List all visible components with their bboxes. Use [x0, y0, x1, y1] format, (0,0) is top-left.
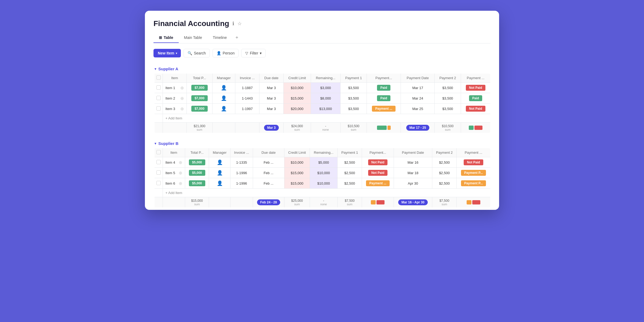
manager-cell: 👤 — [209, 178, 230, 189]
star-icon[interactable]: ☆ — [237, 21, 242, 27]
remaining-cell: $10,000 — [310, 168, 338, 178]
price-badge: $7,000 — [191, 95, 208, 101]
add-item-label-b[interactable]: + Add Item — [163, 189, 491, 197]
select-all-checkbox-cell — [154, 148, 163, 157]
price-badge: $5,000 — [189, 180, 205, 186]
payment-date-cell: Mar 25 — [401, 104, 435, 114]
item-name-cell: Item 5 ⊕ — [163, 168, 185, 178]
add-person-icon[interactable]: ⊕ — [180, 85, 184, 90]
bar-red — [474, 126, 482, 130]
toolbar: New Item ▾ 🔍 Search 👤 Person ▽ Filter ▾ — [153, 49, 491, 57]
payment-date-cell: Mar 16 — [394, 157, 432, 168]
col-credit-limit-b: Credit Limit — [284, 148, 310, 157]
col-payment2-a: Payment 2 — [435, 74, 461, 83]
total-price-cell: $7,000 — [186, 104, 212, 114]
payment2-status-cell: Paid — [461, 93, 490, 104]
invoice-cell: 1-1996 — [230, 168, 253, 178]
supplier-b-header[interactable]: ▾ Supplier B — [153, 138, 491, 148]
sum-credit-value-b: $25,000 — [291, 199, 303, 203]
row-checkbox[interactable] — [156, 160, 161, 164]
total-price-cell: $7,000 — [186, 93, 212, 104]
sum-label: sum — [437, 128, 458, 131]
supplier-a-name: Supplier A — [158, 67, 178, 71]
item-name: Item 6 — [166, 181, 175, 185]
sum-total-price: $21,000 sum — [186, 123, 212, 133]
row-checkbox[interactable] — [156, 170, 161, 175]
due-date-cell: Feb ... — [253, 178, 284, 189]
col-item-b: Item — [163, 148, 185, 157]
remaining-cell: $3,000 — [311, 83, 340, 93]
filter-button[interactable]: ▽ Filter ▾ — [241, 49, 266, 57]
person-button[interactable]: 👤 Person — [213, 49, 239, 57]
sum-payment1-b: $7,500 sum — [338, 197, 362, 208]
payment2-cell: $3,500 — [435, 83, 461, 93]
due-date-sum-badge: Mar 3 — [264, 125, 279, 131]
row-checkbox[interactable] — [156, 96, 161, 100]
sum-remaining-value-b: - — [313, 199, 335, 203]
item-name-cell: Item 2 ⊕ — [163, 93, 186, 104]
row-checkbox[interactable] — [156, 85, 161, 90]
add-item-label[interactable]: + Add Item — [163, 114, 491, 123]
add-person-icon[interactable]: ⊕ — [179, 181, 182, 186]
payment1-status-cell: Payment ... — [362, 178, 394, 189]
tab-main-table[interactable]: Main Table — [179, 33, 207, 43]
sum-credit-limit: $24,000 sum — [283, 123, 311, 133]
info-icon[interactable]: ℹ — [232, 21, 234, 27]
col-invoice-b: Invoice ... — [230, 148, 253, 157]
invoice-cell: 1-1997 — [235, 104, 259, 114]
payment1-status-badge: Payment ... — [372, 106, 395, 112]
sum-label-b: none — [313, 203, 335, 206]
row-checkbox[interactable] — [156, 106, 161, 111]
tab-table[interactable]: ⊞ Table — [153, 33, 179, 43]
select-all-checkbox[interactable] — [156, 75, 161, 80]
tab-timeline[interactable]: Timeline — [207, 33, 232, 43]
add-item-row[interactable]: + Add Item — [154, 114, 491, 123]
add-person-icon[interactable]: ⊕ — [180, 106, 184, 111]
supplier-a-header[interactable]: ▾ Supplier A — [153, 64, 491, 73]
sum-label-b: sum — [188, 203, 206, 206]
tab-add-button[interactable]: + — [232, 32, 241, 43]
chevron-down-icon: ▾ — [176, 52, 177, 55]
item-name: Item 1 — [166, 86, 175, 90]
table-row: Item 1 ⊕ $7,000 👤 1-1887 Mar 3 $10,000 $… — [154, 83, 491, 93]
credit-limit-cell: $15,000 — [283, 93, 311, 104]
add-person-icon[interactable]: ⊕ — [179, 170, 182, 175]
payment1-status-badge: Paid — [377, 95, 390, 101]
tab-main-table-label: Main Table — [184, 35, 202, 40]
col-payment1-status-a: Payment... — [367, 74, 401, 83]
credit-limit-cell: $20,000 — [283, 104, 311, 114]
table-row: Item 2 ⊕ $7,000 👤 1-1443 Mar 3 $15,000 $… — [154, 93, 491, 104]
sum-label: sum — [189, 128, 210, 131]
price-badge: $5,000 — [189, 159, 205, 165]
sum-remaining: - none — [311, 123, 340, 133]
select-all-checkbox[interactable] — [156, 150, 161, 154]
col-payment-date-b: Payment Date — [394, 148, 432, 157]
payment1-cell: $3,500 — [341, 93, 367, 104]
payment1-cell: $3,500 — [341, 104, 367, 114]
table-row: Item 4 ⊕ $5,000 👤 1-1335 Feb ... $10,000… — [154, 157, 491, 168]
new-item-button[interactable]: New Item ▾ — [153, 49, 181, 57]
bar-orange — [387, 126, 391, 130]
add-person-icon[interactable]: ⊕ — [180, 96, 184, 101]
collapse-icon: ▾ — [155, 142, 156, 145]
payment1-cell: $2,500 — [338, 168, 362, 178]
item-name: Item 4 — [166, 160, 175, 164]
sum-payment-date: Mar 17 - 25 — [401, 123, 435, 133]
search-button[interactable]: 🔍 Search — [184, 49, 210, 57]
add-person-icon[interactable]: ⊕ — [179, 160, 182, 165]
payment-date-cell: Mar 18 — [394, 168, 432, 178]
add-item-row-b[interactable]: + Add Item — [154, 189, 491, 197]
payment1-cell: $2,500 — [338, 178, 362, 189]
payment1-status-badge: Not Paid — [368, 170, 388, 176]
collapse-icon: ▾ — [155, 67, 156, 71]
total-price-cell: $5,000 — [185, 157, 209, 168]
sum-total-price-b: $15,000 sum — [185, 197, 209, 208]
sum-p1-value-b: $7,500 — [345, 199, 355, 203]
page-title: Financial Accounting — [153, 19, 229, 28]
select-all-checkbox-cell — [154, 74, 163, 83]
item-name: Item 5 — [166, 171, 175, 175]
manager-cell: 👤 — [212, 93, 235, 104]
row-checkbox[interactable] — [156, 181, 161, 185]
person-avatar-icon: 👤 — [221, 96, 227, 101]
sum-payment1-bar — [367, 123, 401, 133]
